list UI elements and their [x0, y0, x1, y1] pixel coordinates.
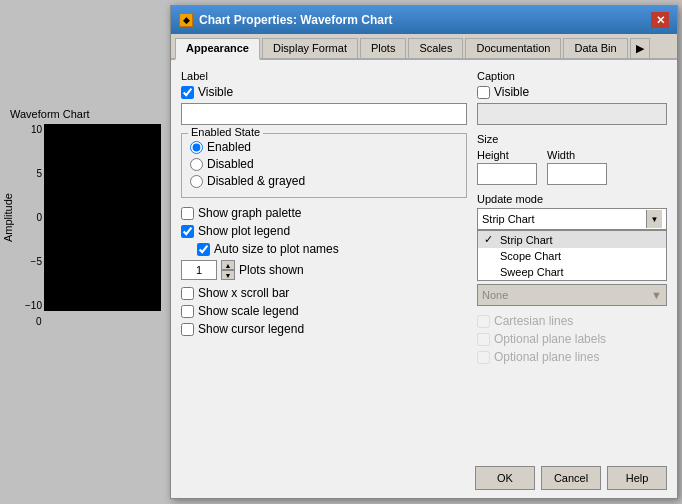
dropdown-item-strip[interactable]: ✓ Strip Chart	[478, 231, 666, 248]
y-axis-label: Amplitude	[0, 120, 16, 315]
label-visible-label: Visible	[198, 85, 233, 99]
checkmark-icon: ✓	[484, 233, 496, 246]
radio-disabled-grayed: Disabled & grayed	[190, 174, 458, 188]
update-mode-dropdown-container: Strip Chart ▼ ✓ Strip Chart Scope Chart …	[477, 208, 667, 230]
optional-plane-lines-label: Optional plane lines	[494, 350, 599, 364]
dialog-titlebar: ◆ Chart Properties: Waveform Chart ✕	[171, 6, 677, 34]
cartesian-lines-row: Cartesian lines	[477, 314, 667, 328]
size-title: Size	[477, 133, 667, 145]
chart-plot	[44, 124, 161, 311]
show-plot-legend-label: Show plot legend	[198, 224, 290, 238]
show-scale-legend-checkbox[interactable]	[181, 305, 194, 318]
cartesian-lines-checkbox	[477, 315, 490, 328]
show-scale-legend-row: Show scale legend	[181, 304, 467, 318]
x-axis-tick: 0	[36, 316, 42, 327]
show-graph-palette-label: Show graph palette	[198, 206, 301, 220]
show-cursor-legend-row: Show cursor legend	[181, 322, 467, 336]
show-graph-palette-row: Show graph palette	[181, 206, 467, 220]
auto-size-checkbox[interactable]	[197, 243, 210, 256]
caption-visible-row: Visible	[477, 85, 667, 99]
tab-documentation[interactable]: Documentation	[465, 38, 561, 58]
show-cursor-legend-label: Show cursor legend	[198, 322, 304, 336]
dropdown-item-sweep[interactable]: Sweep Chart	[478, 264, 666, 280]
show-x-scroll-label: Show x scroll bar	[198, 286, 289, 300]
update-mode-title: Update mode	[477, 193, 667, 205]
radio-disabled-grayed-input[interactable]	[190, 175, 203, 188]
none-label: None	[482, 289, 508, 301]
none-dropdown[interactable]: None ▼	[477, 284, 667, 306]
dropdown-menu: ✓ Strip Chart Scope Chart Sweep Chart	[477, 230, 667, 281]
plots-shown-row: ▲ ▼ Plots shown	[181, 260, 467, 280]
tab-scroll-arrow[interactable]: ▶	[630, 38, 650, 58]
cancel-button[interactable]: Cancel	[541, 466, 601, 490]
spinner-up[interactable]: ▲	[221, 260, 235, 270]
optional-plane-labels-label: Optional plane labels	[494, 332, 606, 346]
tab-data-bin[interactable]: Data Bin	[563, 38, 627, 58]
left-panel: Label Visible Waveform Chart Enabled Sta…	[181, 70, 467, 368]
dialog-icon: ◆	[179, 13, 193, 27]
optional-plane-lines-checkbox	[477, 351, 490, 364]
radio-disabled-label: Disabled	[207, 157, 254, 171]
background-area: Waveform Chart Amplitude 10 5 0 −5 −10 0	[0, 0, 170, 504]
tabs-container: Appearance Display Format Plots Scales D…	[171, 34, 677, 60]
y-axis-ticks: 10 5 0 −5 −10	[16, 120, 44, 315]
caption-title: Caption	[477, 70, 667, 82]
cartesian-lines-label: Cartesian lines	[494, 314, 573, 328]
help-button[interactable]: Help	[607, 466, 667, 490]
tab-appearance[interactable]: Appearance	[175, 38, 260, 60]
height-label: Height	[477, 149, 537, 161]
caption-text-input[interactable]	[477, 103, 667, 125]
label-section-title: Label	[181, 70, 467, 82]
width-input[interactable]: 328	[547, 163, 607, 185]
update-mode-dropdown[interactable]: Strip Chart ▼	[477, 208, 667, 230]
radio-enabled-input[interactable]	[190, 141, 203, 154]
tab-display-format[interactable]: Display Format	[262, 38, 358, 58]
show-x-scroll-row: Show x scroll bar	[181, 286, 467, 300]
radio-disabled-grayed-label: Disabled & grayed	[207, 174, 305, 188]
radio-disabled-input[interactable]	[190, 158, 203, 171]
plots-shown-input[interactable]	[181, 260, 217, 280]
spinner-down[interactable]: ▼	[221, 270, 235, 280]
show-plot-legend-row: Show plot legend	[181, 224, 467, 238]
dialog-title-left: ◆ Chart Properties: Waveform Chart	[179, 13, 393, 27]
dropdown-arrow-icon: ▼	[646, 210, 662, 228]
size-row: Height 218 Width 328	[477, 149, 667, 185]
optional-plane-labels-checkbox	[477, 333, 490, 346]
height-field: Height 218	[477, 149, 537, 185]
plots-shown-label: Plots shown	[239, 263, 304, 277]
right-panel: Caption Visible Size Height 218 Width 32…	[477, 70, 667, 368]
auto-size-label: Auto size to plot names	[214, 242, 339, 256]
show-plot-legend-checkbox[interactable]	[181, 225, 194, 238]
caption-visible-checkbox[interactable]	[477, 86, 490, 99]
plots-shown-spinner: ▲ ▼	[221, 260, 235, 280]
label-text-input[interactable]: Waveform Chart	[181, 103, 467, 125]
tab-scales[interactable]: Scales	[408, 38, 463, 58]
chart-preview-label: Waveform Chart	[10, 108, 90, 120]
label-visible-row: Visible	[181, 85, 467, 99]
show-cursor-legend-checkbox[interactable]	[181, 323, 194, 336]
radio-disabled: Disabled	[190, 157, 458, 171]
optional-plane-labels-row: Optional plane labels	[477, 332, 667, 346]
show-scale-legend-label: Show scale legend	[198, 304, 299, 318]
ok-button[interactable]: OK	[475, 466, 535, 490]
caption-visible-label: Visible	[494, 85, 529, 99]
dialog-footer: OK Cancel Help	[475, 466, 667, 490]
width-field: Width 328	[547, 149, 607, 185]
show-graph-palette-checkbox[interactable]	[181, 207, 194, 220]
height-input[interactable]: 218	[477, 163, 537, 185]
tab-plots[interactable]: Plots	[360, 38, 406, 58]
show-x-scroll-checkbox[interactable]	[181, 287, 194, 300]
dialog-title: Chart Properties: Waveform Chart	[199, 13, 393, 27]
chart-preview-container: Amplitude 10 5 0 −5 −10	[0, 120, 165, 315]
enabled-state-group: Enabled State Enabled Disabled Disabled …	[181, 133, 467, 198]
dialog: ◆ Chart Properties: Waveform Chart ✕ App…	[170, 5, 678, 499]
close-button[interactable]: ✕	[651, 12, 669, 28]
auto-size-row: Auto size to plot names	[197, 242, 467, 256]
none-arrow-icon: ▼	[651, 289, 662, 301]
width-label: Width	[547, 149, 607, 161]
enabled-state-title: Enabled State	[188, 126, 263, 138]
label-visible-checkbox[interactable]	[181, 86, 194, 99]
dialog-content: Label Visible Waveform Chart Enabled Sta…	[171, 60, 677, 378]
radio-enabled: Enabled	[190, 140, 458, 154]
dropdown-item-scope[interactable]: Scope Chart	[478, 248, 666, 264]
